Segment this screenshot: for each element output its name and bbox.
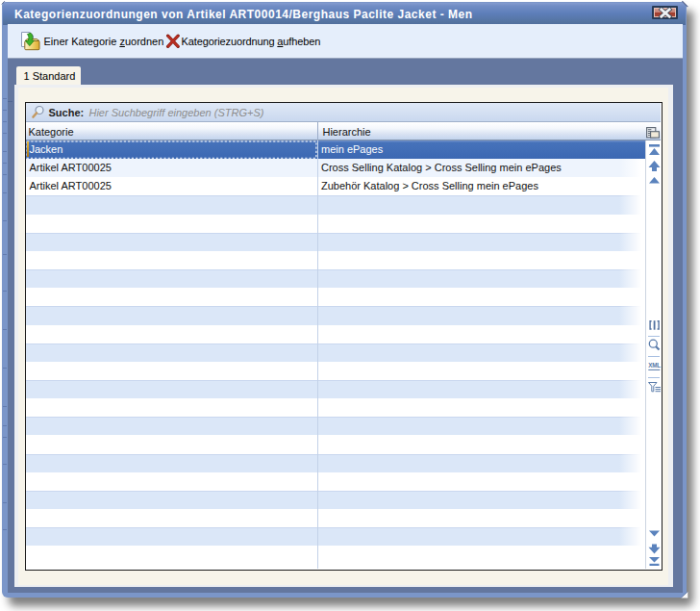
svg-text:XML: XML [648,363,661,369]
